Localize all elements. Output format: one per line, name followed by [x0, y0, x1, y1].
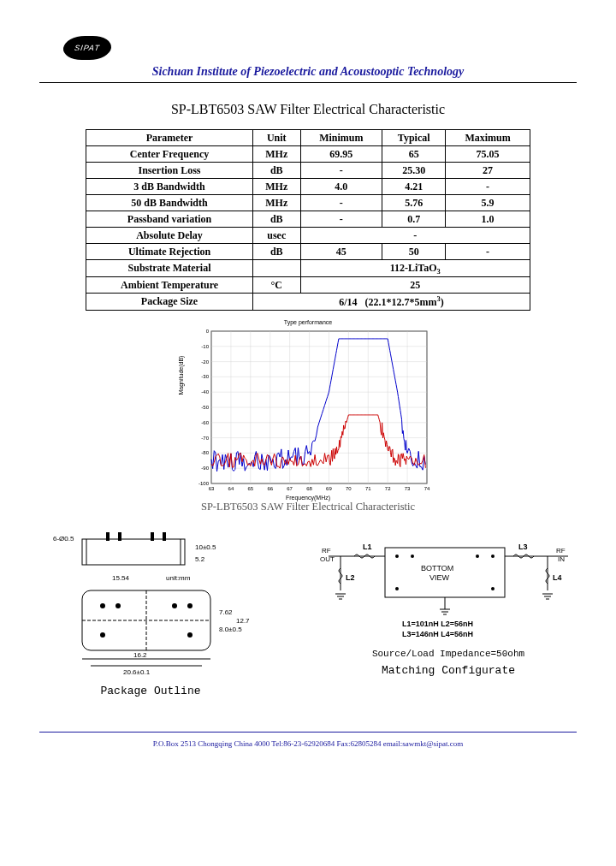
svg-text:-60: -60 — [201, 420, 209, 425]
table-row: 3 dB BandwidthMHz4.04.21- — [86, 179, 530, 195]
spec-table: Parameter Unit Minimum Typical Maximum C… — [86, 129, 530, 311]
table-row: Passband variationdB-0.71.0 — [86, 211, 530, 228]
svg-text:74: 74 — [424, 486, 430, 491]
svg-point-100 — [491, 555, 495, 558]
svg-text:68: 68 — [306, 486, 312, 491]
svg-text:unit:mm: unit:mm — [166, 574, 191, 582]
performance-chart: Type performance Magnitude(dB) Frequency… — [184, 319, 432, 499]
matching-diagram: BOTTOM VIEW L1 RF OUT L2 L3 RF IN L4 — [320, 531, 577, 697]
svg-text:BOTTOM: BOTTOM — [421, 564, 453, 572]
svg-text:-80: -80 — [201, 451, 209, 456]
svg-text:67: 67 — [287, 486, 293, 491]
svg-point-55 — [100, 603, 105, 608]
svg-rect-51 — [118, 532, 121, 541]
svg-text:8.0±0.5: 8.0±0.5 — [219, 626, 242, 633]
svg-text:VIEW: VIEW — [429, 573, 450, 582]
svg-text:15.54: 15.54 — [112, 574, 130, 582]
svg-text:-90: -90 — [201, 466, 209, 472]
svg-point-59 — [100, 632, 105, 638]
table-row: Package Size6/14 (22.1*12.7*5mm3) — [86, 294, 530, 311]
svg-point-102 — [491, 587, 495, 590]
header-rule — [39, 82, 577, 83]
logo: SIPAT — [62, 36, 113, 60]
svg-point-56 — [116, 603, 121, 608]
chart-caption: SP-LBT6503 SAW Filter Electrical Charact… — [39, 501, 577, 513]
matching-label: Matching Configurate — [320, 664, 577, 677]
svg-text:IN: IN — [558, 555, 565, 563]
svg-text:L4: L4 — [553, 573, 562, 582]
institute-name: Sichuan Institute of Piezoelectric and A… — [39, 65, 577, 79]
table-row: Center FrequencyMHz69.956575.05 — [86, 146, 530, 163]
svg-text:6-Ø0.5: 6-Ø0.5 — [53, 535, 74, 543]
svg-rect-50 — [106, 532, 110, 541]
svg-text:12.7: 12.7 — [236, 617, 250, 625]
svg-point-101 — [395, 587, 399, 590]
svg-text:-30: -30 — [201, 375, 209, 380]
page: SIPAT Sichuan Institute of Piezoelectric… — [0, 0, 616, 866]
table-row: Ambient Temperature°C25 — [86, 277, 530, 294]
table-row: Insertion LossdB-25.3027 — [86, 163, 530, 179]
svg-point-99 — [476, 555, 479, 558]
svg-text:65: 65 — [247, 486, 253, 491]
diagrams-row: 6-Ø0.5 10±0.5 5.2 15.54 unit:mm 7.62 8.0… — [39, 531, 577, 697]
svg-text:OUT: OUT — [320, 555, 335, 563]
chart-svg: 636465666768697071727374-100-90-80-70-60… — [184, 319, 432, 499]
svg-text:L1=101nH  L2=56nH: L1=101nH L2=56nH — [402, 620, 473, 628]
svg-text:69: 69 — [326, 486, 332, 491]
svg-text:20.6±0.1: 20.6±0.1 — [123, 668, 151, 676]
svg-point-57 — [172, 603, 177, 608]
svg-point-58 — [187, 603, 192, 608]
svg-text:L1: L1 — [363, 543, 372, 551]
svg-text:RF: RF — [556, 547, 566, 555]
package-label: Package Outline — [39, 685, 262, 697]
svg-point-97 — [395, 555, 399, 558]
svg-rect-53 — [163, 532, 166, 541]
table-row: 50 dB BandwidthMHz-5.765.9 — [86, 195, 530, 211]
package-outline-diagram: 6-Ø0.5 10±0.5 5.2 15.54 unit:mm 7.62 8.0… — [39, 531, 262, 697]
footer-rule — [39, 732, 577, 733]
svg-text:-40: -40 — [201, 390, 209, 395]
table-row: Ultimate RejectiondB4550- — [86, 244, 530, 260]
table-header-row: Parameter Unit Minimum Typical Maximum — [86, 130, 530, 146]
svg-text:16.2: 16.2 — [133, 651, 147, 659]
svg-text:7.62: 7.62 — [219, 608, 233, 616]
svg-text:-70: -70 — [201, 436, 209, 441]
svg-rect-47 — [82, 539, 185, 565]
svg-rect-76 — [385, 548, 505, 597]
svg-text:66: 66 — [267, 486, 273, 491]
svg-text:L2: L2 — [346, 573, 355, 582]
table-row: Substrate Material112-LiTaO3 — [86, 260, 530, 277]
svg-text:5.2: 5.2 — [195, 555, 205, 563]
svg-rect-52 — [151, 532, 154, 541]
svg-text:63: 63 — [209, 486, 215, 491]
svg-text:0: 0 — [206, 329, 210, 334]
table-row: Absolute Delayusec- — [86, 228, 530, 244]
impedance-note: Source/Load Impedance=50ohm — [320, 649, 577, 659]
svg-text:70: 70 — [346, 486, 352, 491]
svg-point-60 — [187, 632, 192, 638]
svg-text:RF: RF — [322, 547, 331, 555]
document-title: SP-LBT6503 SAW Filter Electrical Charact… — [39, 102, 577, 117]
svg-text:-10: -10 — [201, 344, 209, 349]
svg-text:-20: -20 — [201, 359, 209, 365]
svg-text:72: 72 — [385, 486, 391, 491]
svg-text:71: 71 — [365, 486, 371, 491]
svg-text:-50: -50 — [201, 405, 209, 410]
svg-text:73: 73 — [405, 486, 411, 491]
svg-text:64: 64 — [228, 486, 234, 491]
svg-text:L3: L3 — [518, 543, 528, 551]
svg-point-98 — [411, 555, 414, 558]
footer-text: P.O.Box 2513 Chongqing China 4000 Tel:86… — [39, 739, 577, 748]
svg-text:10±0.5: 10±0.5 — [195, 543, 216, 551]
svg-text:-100: -100 — [198, 481, 210, 486]
package-svg: 6-Ø0.5 10±0.5 5.2 15.54 unit:mm 7.62 8.0… — [39, 531, 262, 676]
svg-text:L3=146nH  L4=56nH: L3=146nH L4=56nH — [402, 630, 473, 638]
matching-svg: BOTTOM VIEW L1 RF OUT L2 L3 RF IN L4 — [320, 531, 577, 642]
